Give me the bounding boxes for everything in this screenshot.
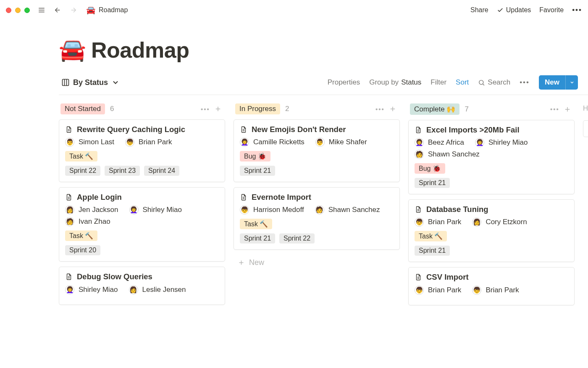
- nav-back-button[interactable]: [52, 4, 63, 16]
- avatar: 👨: [65, 138, 74, 147]
- hidden-group-item[interactable]: N: [583, 120, 588, 137]
- person-name: Camille Ricketts: [253, 138, 304, 146]
- new-button-dropdown[interactable]: [565, 75, 578, 90]
- add-card-button[interactable]: New: [234, 255, 400, 270]
- breadcrumb[interactable]: 🚘 Roadmap: [84, 5, 130, 16]
- board-card[interactable]: New Emojis Don't Render👩‍🦱Camille Ricket…: [234, 119, 400, 182]
- page-title[interactable]: Roadmap: [91, 37, 189, 63]
- card-tags: Task 🔨: [240, 219, 394, 229]
- hidden-groups-label[interactable]: Hidden: [583, 104, 588, 113]
- maximize-window-button[interactable]: [24, 8, 30, 13]
- card-person: 👩‍🦱Shirley Miao: [475, 138, 528, 147]
- card-person: 🧑Ivan Zhao: [65, 217, 110, 226]
- board-card[interactable]: Evernote Import👦Harrison Medoff🧑Shawn Sa…: [234, 187, 400, 250]
- column-more-button[interactable]: •••: [200, 103, 211, 114]
- person-name: Shirley Miao: [143, 206, 182, 214]
- person-name: Simon Last: [79, 138, 114, 146]
- column-more-button[interactable]: •••: [549, 104, 560, 115]
- topbar: 🚘 Roadmap Share Updates Favorite •••: [0, 0, 588, 20]
- card-people: 👦Brian Park👦Brian Park: [415, 286, 568, 295]
- person-name: Mike Shafer: [329, 138, 367, 146]
- view-switcher[interactable]: By Status: [59, 77, 122, 89]
- svg-rect-3: [63, 79, 69, 86]
- more-menu-button[interactable]: •••: [572, 6, 582, 14]
- card-tags: Bug 🐞: [415, 163, 568, 174]
- person-name: Ivan Zhao: [79, 217, 110, 226]
- sort-button[interactable]: Sort: [456, 78, 469, 87]
- card-people: 👩Jen Jackson👩‍🦱Shirley Miao🧑Ivan Zhao: [65, 205, 219, 226]
- board-card[interactable]: CSV Import👦Brian Park👦Brian Park: [408, 267, 575, 305]
- new-button-main[interactable]: New: [539, 75, 565, 90]
- column-count: 2: [285, 105, 289, 113]
- avatar: 🧑: [65, 217, 74, 226]
- person-name: Brian Park: [486, 286, 519, 294]
- type-tag: Bug 🐞: [415, 163, 445, 174]
- card-person: 👩Cory Etzkorn: [472, 217, 527, 227]
- card-person: 👦Brian Park: [125, 138, 172, 147]
- minimize-window-button[interactable]: [15, 8, 21, 13]
- page-icon: [415, 273, 422, 281]
- nav-forward-button[interactable]: [68, 4, 79, 16]
- card-title: Database Tuning: [426, 205, 488, 214]
- card-sprint-tags: Sprint 20: [65, 245, 219, 255]
- column-add-button[interactable]: [562, 104, 573, 115]
- filter-button[interactable]: Filter: [430, 78, 446, 87]
- column-add-button[interactable]: [387, 103, 398, 114]
- card-title-row: Evernote Import: [240, 193, 394, 202]
- sprint-tag: Sprint 22: [65, 166, 100, 176]
- column-add-button[interactable]: [213, 103, 223, 114]
- card-person: 👩Leslie Jensen: [129, 285, 186, 294]
- favorite-button[interactable]: Favorite: [539, 6, 564, 14]
- card-sprint-tags: Sprint 22Sprint 23Sprint 24: [65, 166, 219, 176]
- card-sprint-tags: Sprint 21: [415, 246, 568, 256]
- card-title: Evernote Import: [252, 193, 311, 202]
- card-people: 👨Simon Last👦Brian Park: [65, 138, 219, 147]
- card-person: 🧑Shawn Sanchez: [415, 150, 480, 159]
- search-label: Search: [488, 78, 510, 87]
- column-name-tag[interactable]: Not Started: [60, 103, 105, 114]
- properties-button[interactable]: Properties: [328, 78, 360, 87]
- column-name-tag[interactable]: Complete 🙌: [410, 103, 459, 115]
- person-name: Shirley Miao: [79, 286, 118, 294]
- hidden-groups-column: HiddenN: [583, 103, 588, 350]
- board-card[interactable]: Database Tuning👦Brian Park👩Cory EtzkornT…: [408, 199, 575, 262]
- card-person: 👩‍🦱Shirley Miao: [129, 205, 182, 214]
- updates-button[interactable]: Updates: [497, 6, 531, 14]
- column-name-tag[interactable]: In Progress: [235, 103, 280, 114]
- card-title: New Emojis Don't Render: [252, 125, 346, 134]
- card-title: Debug Slow Queries: [77, 272, 152, 281]
- page-emoji[interactable]: 🚘: [59, 37, 86, 63]
- card-person: 👩‍🦱Beez Africa: [415, 138, 464, 147]
- sprint-tag: Sprint 22: [279, 233, 315, 244]
- updates-label: Updates: [506, 6, 531, 14]
- board-card[interactable]: Apple Login👩Jen Jackson👩‍🦱Shirley Miao🧑I…: [59, 187, 225, 262]
- avatar: 👩‍🦱: [415, 138, 424, 147]
- board-card[interactable]: Debug Slow Queries👩‍🦱Shirley Miao👩Leslie…: [59, 267, 225, 304]
- column-header: In Progress2•••: [234, 103, 400, 119]
- avatar: 🧑: [315, 205, 324, 214]
- card-person: 👦Harrison Medoff: [240, 205, 304, 214]
- sidebar-toggle-button[interactable]: [36, 4, 47, 16]
- card-sprint-tags: Sprint 21: [415, 178, 568, 188]
- person-name: Leslie Jensen: [142, 286, 186, 294]
- close-window-button[interactable]: [6, 8, 11, 13]
- avatar: 👩‍🦱: [475, 138, 484, 147]
- column-more-button[interactable]: •••: [375, 103, 386, 114]
- board-card[interactable]: Excel Imports >20Mb Fail👩‍🦱Beez Africa👩‍…: [408, 120, 575, 194]
- card-sprint-tags: Sprint 21: [240, 166, 394, 176]
- column-header-actions: •••: [200, 103, 223, 114]
- card-title-row: Database Tuning: [415, 205, 568, 214]
- card-sprint-tags: Sprint 21Sprint 22: [240, 233, 394, 244]
- card-people: 👦Harrison Medoff🧑Shawn Sanchez: [240, 205, 394, 214]
- card-title-row: Rewrite Query Caching Logic: [65, 125, 219, 134]
- svg-line-7: [483, 84, 484, 85]
- column-header-actions: •••: [549, 104, 573, 115]
- card-title-row: New Emojis Don't Render: [240, 125, 394, 134]
- person-name: Beez Africa: [428, 138, 464, 147]
- share-button[interactable]: Share: [470, 6, 488, 14]
- view-more-button[interactable]: •••: [520, 78, 530, 87]
- board-card[interactable]: Rewrite Query Caching Logic👨Simon Last👦B…: [59, 119, 225, 182]
- groupby-button[interactable]: Group by Status: [369, 78, 421, 87]
- search-button[interactable]: Search: [478, 78, 510, 87]
- ellipsis-icon: •••: [520, 78, 530, 87]
